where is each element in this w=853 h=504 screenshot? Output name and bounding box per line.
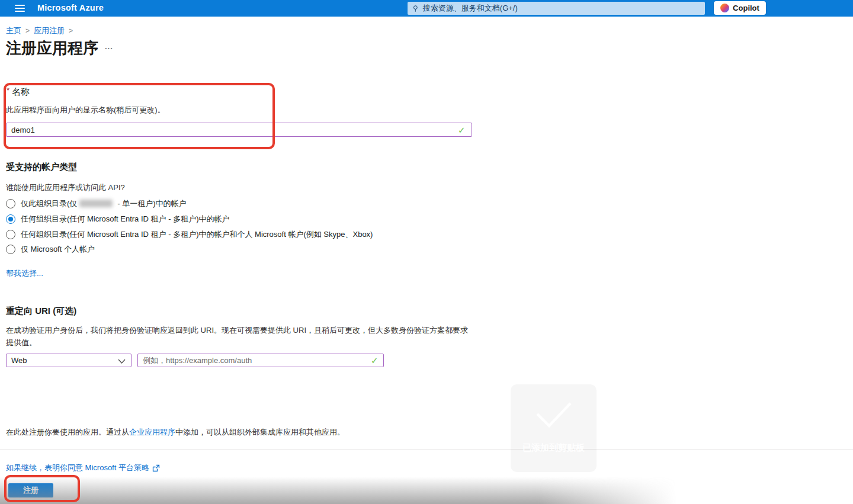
policy-consent-line: 如果继续，表明你同意 Microsoft 平台策略 (6, 463, 160, 473)
redirect-uri-description: 在成功验证用户身份后，我们将把身份验证响应返回到此 URI。现在可视需要提供此 … (6, 324, 470, 349)
breadcrumb: 主页>应用注册> (6, 25, 77, 36)
name-input[interactable] (6, 123, 472, 137)
copilot-button[interactable]: Copilot (714, 1, 766, 15)
required-asterisk: * (7, 86, 9, 95)
radio-icon-selected[interactable] (6, 214, 15, 224)
hamburger-menu-icon[interactable] (15, 5, 25, 12)
page-title: 注册应用程序 (6, 38, 98, 59)
annotation-box-name-section (4, 83, 275, 149)
azure-register-app-page: Microsoft Azure ⚲ 搜索资源、服务和文档(G+/) Copilo… (0, 0, 853, 504)
breadcrumb-separator: > (65, 27, 77, 35)
name-field-label: *名称 (7, 86, 30, 98)
external-link-icon (152, 464, 160, 472)
global-search-input[interactable]: ⚲ 搜索资源、服务和文档(G+/) (408, 2, 705, 15)
radio-single-tenant-label: 仅此组织目录(仅- 单一租户)中的帐户 (21, 198, 187, 209)
breadcrumb-home-link[interactable]: 主页 (6, 26, 21, 35)
radio-multitenant-label: 任何组织目录(任何 Microsoft Entra ID 租户 - 多租户)中的… (21, 214, 229, 224)
breadcrumb-separator: > (21, 27, 34, 35)
radio-multitenant-personal-label: 任何组织目录(任何 Microsoft Entra ID 租户 - 多租户)中的… (21, 229, 373, 240)
platform-selected-value: Web (11, 356, 27, 365)
chevron-down-icon (118, 357, 126, 366)
azure-brand-title[interactable]: Microsoft Azure (37, 3, 104, 12)
search-icon: ⚲ (413, 4, 418, 12)
radio-personal-only-label: 仅 Microsoft 个人帐户 (21, 244, 95, 255)
search-placeholder-text: 搜索资源、服务和文档(G+/) (423, 3, 518, 14)
copilot-label: Copilot (733, 4, 759, 12)
gallery-note: 在此处注册你要使用的应用。通过从企业应用程序中添加，可以从组织外部集成库应用和其… (6, 427, 345, 438)
radio-icon[interactable] (6, 230, 15, 239)
toast-check-icon (533, 400, 575, 429)
account-types-question: 谁能使用此应用程序或访问此 API? (6, 182, 125, 193)
copilot-icon (720, 4, 729, 12)
radio-icon[interactable] (6, 245, 15, 254)
bottom-shadow-band (0, 477, 690, 504)
clipboard-toast: 已添加到剪贴板 (511, 384, 597, 472)
name-field-description: 此应用程序面向用户的显示名称(稍后可更改)。 (6, 105, 165, 115)
redirect-uri-heading: 重定向 URI (可选) (6, 306, 76, 317)
title-more-menu[interactable]: ... (105, 42, 113, 51)
radio-multitenant[interactable]: 任何组织目录(任何 Microsoft Entra ID 租户 - 多租户)中的… (6, 214, 229, 224)
platform-select[interactable]: Web (6, 354, 132, 367)
redirect-uri-input[interactable] (137, 354, 384, 367)
platform-policies-link[interactable]: 如果继续，表明你同意 Microsoft 平台策略 (6, 463, 149, 473)
radio-icon[interactable] (6, 199, 15, 208)
radio-personal-only[interactable]: 仅 Microsoft 个人帐户 (6, 244, 95, 255)
help-me-choose-link[interactable]: 帮我选择... (6, 268, 43, 279)
redacted-tenant-name (79, 200, 113, 207)
footer-divider (0, 449, 853, 450)
radio-single-tenant[interactable]: 仅此组织目录(仅- 单一租户)中的帐户 (6, 198, 187, 209)
top-bar: Microsoft Azure ⚲ 搜索资源、服务和文档(G+/) Copilo… (0, 0, 853, 17)
enterprise-apps-link[interactable]: 企业应用程序 (129, 428, 175, 436)
account-types-heading: 受支持的帐户类型 (6, 162, 77, 173)
breadcrumb-app-registrations-link[interactable]: 应用注册 (34, 26, 65, 35)
radio-multitenant-personal[interactable]: 任何组织目录(任何 Microsoft Entra ID 租户 - 多租户)中的… (6, 229, 373, 240)
toast-message: 已添加到剪贴板 (511, 442, 597, 454)
